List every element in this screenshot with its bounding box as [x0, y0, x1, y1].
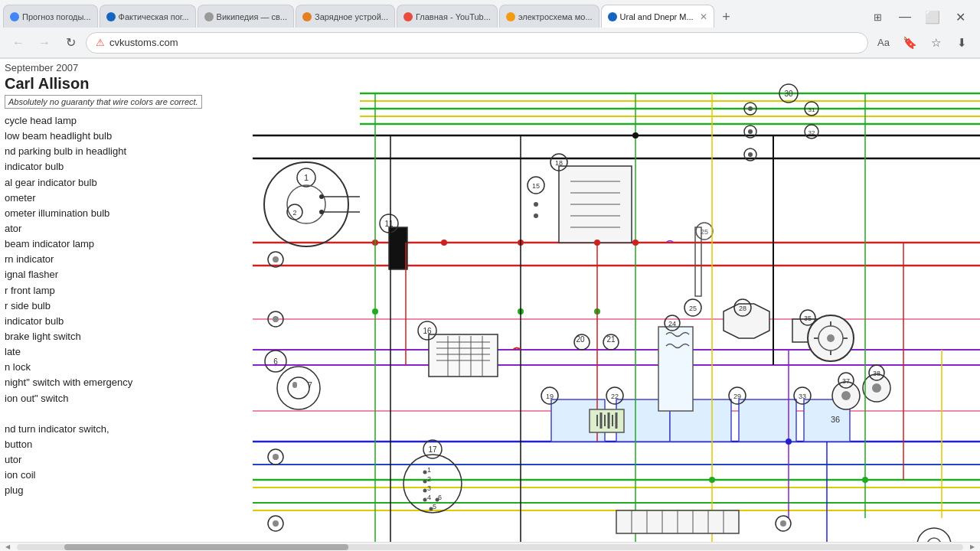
- horizontal-scrollbar[interactable]: ◀ ▶: [0, 542, 980, 551]
- svg-text:22: 22: [611, 393, 619, 400]
- tab-favicon: [204, 12, 214, 21]
- svg-point-85: [423, 480, 427, 484]
- svg-text:3: 3: [427, 484, 431, 492]
- tab-ural[interactable]: Ural and Dnepr M... ✕: [601, 5, 714, 28]
- tab-label: Прогноз погоды...: [22, 12, 91, 21]
- download-button[interactable]: ⬇: [951, 32, 972, 54]
- list-item: [5, 406, 248, 422]
- wiring-diagram[interactable]: 1 2 4 5 6 7: [253, 59, 980, 551]
- tab-close-button[interactable]: ✕: [700, 11, 707, 22]
- svg-text:7: 7: [308, 381, 312, 390]
- list-item: n lock: [5, 360, 248, 375]
- svg-text:33: 33: [799, 393, 806, 400]
- scroll-thumb[interactable]: [64, 544, 348, 550]
- svg-text:37: 37: [842, 377, 850, 385]
- svg-point-45: [273, 454, 279, 460]
- svg-point-187: [786, 439, 792, 445]
- tab-label: Зарядное устрой...: [315, 12, 388, 21]
- list-item: rn indicator: [5, 252, 248, 267]
- svg-point-26: [319, 194, 324, 199]
- forward-button[interactable]: →: [34, 32, 55, 54]
- svg-rect-117: [739, 399, 796, 442]
- tab-favicon: [106, 12, 116, 21]
- svg-point-100: [534, 202, 538, 207]
- svg-point-35: [273, 316, 279, 322]
- svg-text:19: 19: [546, 393, 554, 400]
- scroll-left-button[interactable]: ◀: [0, 543, 15, 552]
- tab-favicon: [506, 12, 515, 21]
- svg-text:17: 17: [428, 445, 437, 454]
- svg-rect-64: [429, 334, 498, 377]
- minimize-button[interactable]: —: [894, 6, 916, 28]
- svg-point-56: [748, 106, 753, 111]
- svg-point-48: [273, 520, 279, 527]
- list-item: low beam headlight bulb: [5, 129, 248, 144]
- svg-text:6: 6: [273, 357, 278, 366]
- svg-point-153: [441, 240, 447, 246]
- svg-text:5: 5: [433, 503, 436, 510]
- svg-text:30: 30: [784, 90, 793, 98]
- svg-text:11: 11: [384, 220, 394, 228]
- legend-author: Carl Allison: [5, 75, 248, 93]
- list-item: ignal flasher: [5, 267, 248, 282]
- extensions-button[interactable]: ⊞: [867, 6, 888, 28]
- svg-point-175: [780, 520, 786, 527]
- address-bar[interactable]: ⚠ cvkustoms.com: [86, 32, 868, 54]
- tab-favicon: [608, 12, 617, 21]
- list-item: night" switch with emergency: [5, 375, 248, 390]
- svg-point-88: [430, 507, 433, 511]
- svg-point-188: [862, 477, 868, 483]
- list-item: plug: [5, 483, 248, 498]
- svg-text:31: 31: [808, 106, 815, 113]
- scroll-right-button[interactable]: ▶: [965, 543, 980, 552]
- svg-text:2: 2: [427, 475, 431, 483]
- svg-point-186: [709, 477, 715, 483]
- back-button[interactable]: ←: [8, 32, 29, 54]
- address-text: cvkustoms.com: [109, 37, 178, 48]
- tab-favicon: [10, 12, 19, 21]
- new-tab-button[interactable]: +: [716, 6, 737, 28]
- reload-button[interactable]: ↻: [60, 32, 81, 54]
- svg-text:15: 15: [532, 182, 540, 190]
- tab-weather2[interactable]: Фактическая пог...: [100, 5, 196, 28]
- scroll-track[interactable]: [17, 544, 963, 550]
- list-item: r front lamp: [5, 283, 248, 298]
- svg-point-139: [872, 383, 881, 393]
- tab-weather[interactable]: Прогноз погоды...: [3, 5, 98, 28]
- legend-disclaimer: Absolutely no guaranty that wire colors …: [5, 95, 202, 109]
- list-item: late: [5, 344, 248, 360]
- svg-rect-189: [590, 409, 624, 432]
- svg-point-135: [841, 391, 851, 400]
- svg-point-32: [273, 256, 279, 262]
- svg-rect-123: [658, 327, 693, 411]
- close-window-button[interactable]: ✕: [949, 6, 971, 28]
- svg-point-86: [423, 489, 427, 493]
- tab-youtube[interactable]: Главная - YouTub...: [397, 5, 498, 28]
- list-item: r side bulb: [5, 298, 248, 314]
- tab-bar: Прогноз погоды... Фактическая пог... Вик…: [0, 0, 980, 28]
- bookmark-button[interactable]: ☆: [925, 32, 946, 54]
- tab-charger[interactable]: Зарядное устрой...: [296, 5, 395, 28]
- svg-text:4: 4: [427, 494, 431, 501]
- tab-favicon: [302, 12, 312, 21]
- svg-point-42: [292, 383, 297, 388]
- svg-text:1: 1: [304, 173, 309, 182]
- svg-text:28: 28: [739, 305, 746, 312]
- reader-mode-button[interactable]: Aa: [873, 32, 894, 54]
- svg-point-58: [748, 129, 753, 134]
- toolbar: ← → ↻ ⚠ cvkustoms.com Aa 🔖 ☆ ⬇: [0, 28, 980, 58]
- svg-text:32: 32: [808, 129, 815, 136]
- svg-point-27: [319, 210, 324, 214]
- save-page-button[interactable]: 🔖: [899, 32, 920, 54]
- legend-date: September 2007: [5, 62, 248, 73]
- tab-schema[interactable]: электросхема мо...: [499, 5, 599, 28]
- tab-wiki[interactable]: Википедия — св...: [198, 5, 294, 28]
- browser-chrome: Прогноз погоды... Фактическая пог... Вик…: [0, 0, 980, 59]
- svg-text:2: 2: [292, 209, 296, 217]
- maximize-button[interactable]: ⬜: [922, 6, 943, 28]
- tab-label: Википедия — св...: [217, 12, 287, 21]
- list-item: ion coil: [5, 468, 248, 483]
- svg-text:18: 18: [555, 159, 563, 167]
- svg-point-60: [748, 152, 753, 157]
- list-item: brake light switch: [5, 329, 248, 344]
